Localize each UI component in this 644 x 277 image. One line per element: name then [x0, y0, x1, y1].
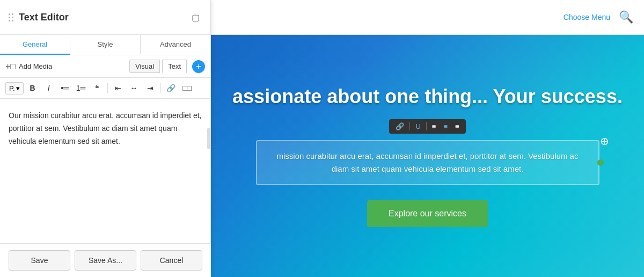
panel-tabs: General Style Advanced: [0, 35, 210, 55]
search-icon[interactable]: 🔍: [619, 10, 633, 24]
drag-handle[interactable]: [9, 13, 13, 21]
inline-link-btn[interactable]: 🔗: [393, 121, 406, 132]
ordered-list-button[interactable]: 1═: [74, 81, 88, 95]
save-button[interactable]: Save: [9, 250, 70, 271]
add-media-button[interactable]: +□ Add Media: [5, 62, 52, 71]
view-toggle: Visual Text +: [129, 60, 205, 73]
inline-align-left-btn[interactable]: ≡: [430, 121, 438, 132]
bold-button[interactable]: B: [26, 81, 40, 95]
hero-text-block: mission curabitur arcu erat, accumsan id…: [256, 140, 599, 185]
add-element-icon[interactable]: ⊕: [600, 135, 609, 148]
save-as-button[interactable]: Save As...: [75, 250, 136, 271]
panel-header: Text Editor ▢: [0, 0, 210, 35]
explore-services-button[interactable]: Explore our services: [367, 200, 488, 227]
toolbar-separator-2: [160, 83, 161, 93]
paragraph-select-arrow: ▾: [16, 84, 20, 92]
inline-underline-btn[interactable]: U: [413, 121, 422, 132]
align-left-button[interactable]: ⇤: [111, 81, 125, 95]
panel-footer: Save Save As... Cancel: [0, 243, 211, 277]
panel-title: Text Editor: [19, 12, 189, 23]
format-toolbar: P. ▾ B I •═ 1═ ❝ ⇤ ↔ ⇥ 🔗 □□: [0, 78, 210, 99]
hero-title: assionate about one thing... Your succes…: [232, 85, 623, 108]
choose-menu-link[interactable]: Choose Menu: [564, 13, 610, 21]
toolbar-separator: [107, 83, 108, 93]
unordered-list-button[interactable]: •═: [58, 81, 72, 95]
toolbar-separator-2: [426, 122, 427, 130]
green-dot-indicator: [597, 159, 604, 166]
inline-formatting-toolbar: 🔗 U ≡ ≡ ≡: [389, 119, 465, 134]
text-view-button[interactable]: Text: [162, 60, 187, 73]
paragraph-select[interactable]: P. ▾: [5, 82, 24, 94]
toolbar-separator: [409, 122, 410, 130]
align-center-button[interactable]: ↔: [127, 81, 141, 95]
text-editor-panel: Text Editor ▢ General Style Advanced +□ …: [0, 0, 211, 277]
visual-view-button[interactable]: Visual: [129, 60, 160, 73]
hero-area: assionate about one thing... Your succes…: [211, 0, 644, 277]
blockquote-button[interactable]: ❝: [90, 81, 104, 95]
resize-handle[interactable]: [207, 128, 210, 149]
hero-body-text: mission curabitur arcu erat, accumsan id…: [270, 150, 586, 176]
minimize-button[interactable]: ▢: [189, 10, 202, 25]
add-media-icon: +□: [5, 62, 16, 71]
table-button[interactable]: □□: [180, 81, 194, 95]
tab-advanced[interactable]: Advanced: [141, 35, 210, 55]
tab-style[interactable]: Style: [70, 35, 141, 55]
editor-text-content: Our mission curabitur arcu erat, accumsa…: [9, 110, 202, 148]
hero-content: assionate about one thing... Your succes…: [211, 35, 644, 277]
align-right-button[interactable]: ⇥: [143, 81, 157, 95]
tab-general[interactable]: General: [0, 35, 70, 55]
add-media-label: Add Media: [19, 62, 52, 70]
cancel-button[interactable]: Cancel: [141, 250, 202, 271]
italic-button[interactable]: I: [42, 81, 56, 95]
add-tab-button[interactable]: +: [192, 60, 205, 73]
inline-align-center-btn[interactable]: ≡: [441, 121, 450, 132]
text-content-area[interactable]: Our mission curabitur arcu erat, accumsa…: [0, 99, 210, 245]
link-button[interactable]: 🔗: [164, 81, 178, 95]
editor-toolbar: +□ Add Media Visual Text +: [0, 55, 210, 78]
inline-align-right-btn[interactable]: ≡: [453, 121, 462, 132]
